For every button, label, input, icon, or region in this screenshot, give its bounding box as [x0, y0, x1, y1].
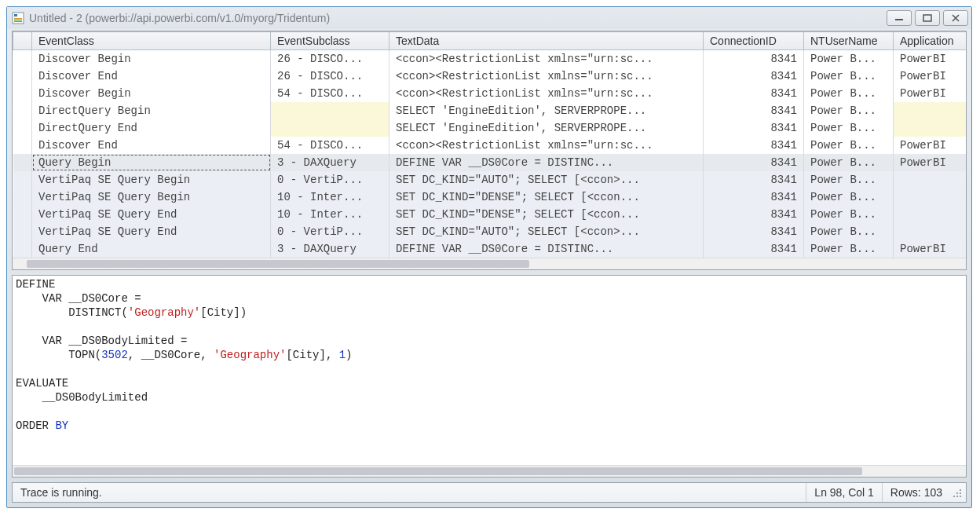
cell-appname: PowerBI — [894, 85, 967, 102]
cell-ntuser: Power B... — [804, 188, 894, 206]
table-row[interactable]: VertiPaq SE Query Begin10 - Inter...SET … — [13, 188, 967, 206]
cell-ntuser: Power B... — [804, 206, 894, 223]
cell-rowhdr — [13, 223, 32, 240]
table-row[interactable]: DirectQuery End SELECT 'EngineEdition', … — [13, 119, 967, 137]
scrollbar-thumb[interactable] — [27, 260, 529, 268]
cell-eventclass: Discover End — [32, 68, 271, 85]
cell-textdata: SELECT 'EngineEdition', SERVERPROPE... — [389, 102, 704, 119]
col-textdata[interactable]: TextData — [389, 32, 704, 50]
table-header-row-selector[interactable] — [13, 32, 32, 50]
cell-rowhdr — [13, 137, 32, 154]
cell-eventsub: 10 - Inter... — [271, 188, 389, 206]
cell-eventsub: 0 - VertiP... — [271, 223, 389, 240]
cell-eventsub: 26 - DISCO... — [271, 68, 389, 85]
cell-eventclass: DirectQuery Begin — [32, 102, 271, 119]
table-row[interactable]: Discover End54 - DISCO...<ccon><Restrict… — [13, 137, 967, 154]
cell-eventsub: 0 - VertiP... — [271, 171, 389, 188]
cell-eventsub: 3 - DAXQuery — [271, 154, 389, 171]
cell-ntuser: Power B... — [804, 240, 894, 258]
cell-eventsub: 10 - Inter... — [271, 206, 389, 223]
status-message: Trace is running. — [13, 483, 806, 502]
svg-rect-7 — [956, 492, 958, 494]
cell-eventclass: DirectQuery End — [32, 119, 271, 137]
table-row[interactable]: VertiPaq SE Query End10 - Inter...SET DC… — [13, 206, 967, 223]
query-text-editor[interactable]: DEFINE VAR __DS0Core = DISTINCT('Geograp… — [13, 276, 966, 465]
cell-eventsub: 54 - DISCO... — [271, 85, 389, 102]
cell-eventclass: Discover Begin — [32, 85, 271, 102]
trace-table[interactable]: EventClass EventSubclass TextData Connec… — [13, 31, 966, 258]
svg-rect-1 — [14, 14, 17, 16]
cell-eventclass: VertiPaq SE Query Begin — [32, 188, 271, 206]
cell-appname: PowerBI — [894, 50, 967, 68]
window-controls — [887, 10, 968, 26]
table-header-row[interactable]: EventClass EventSubclass TextData Connec… — [13, 32, 967, 50]
app-icon — [12, 12, 24, 24]
cell-rowhdr — [13, 50, 32, 68]
cell-connid: 8341 — [704, 137, 804, 154]
table-row[interactable]: Query End3 - DAXQueryDEFINE VAR __DS0Cor… — [13, 240, 967, 258]
table-row[interactable]: Query Begin3 - DAXQueryDEFINE VAR __DS0C… — [13, 154, 967, 171]
cell-eventclass: VertiPaq SE Query End — [32, 223, 271, 240]
table-row[interactable]: Discover End26 - DISCO...<ccon><Restrict… — [13, 68, 967, 85]
cell-appname: PowerBI — [894, 240, 967, 258]
scrollbar-thumb[interactable] — [14, 467, 862, 475]
cell-eventclass: Discover End — [32, 137, 271, 154]
close-button[interactable] — [943, 10, 968, 26]
cell-connid: 8341 — [704, 240, 804, 258]
col-eventsubclass[interactable]: EventSubclass — [271, 32, 389, 50]
cell-appname: PowerBI — [894, 154, 967, 171]
cell-eventsub — [271, 102, 389, 119]
svg-rect-6 — [960, 489, 961, 491]
cell-connid: 8341 — [704, 50, 804, 68]
svg-rect-10 — [956, 496, 958, 497]
col-eventclass[interactable]: EventClass — [32, 32, 271, 50]
cell-appname — [894, 119, 967, 137]
col-ntusername[interactable]: NTUserName — [804, 32, 894, 50]
cell-textdata: SET DC_KIND="AUTO"; SELECT [<ccon>... — [389, 223, 704, 240]
cell-textdata: DEFINE VAR __DS0Core = DISTINC... — [389, 154, 704, 171]
cell-textdata: <ccon><RestrictionList xmlns="urn:sc... — [389, 50, 704, 68]
cell-textdata: SET DC_KIND="DENSE"; SELECT [<ccon... — [389, 188, 704, 206]
cell-connid: 8341 — [704, 68, 804, 85]
col-connectionid[interactable]: ConnectionID — [704, 32, 804, 50]
cell-eventsub: 26 - DISCO... — [271, 50, 389, 68]
cell-textdata: SET DC_KIND="AUTO"; SELECT [<ccon>... — [389, 171, 704, 188]
cell-textdata: DEFINE VAR __DS0Core = DISTINC... — [389, 240, 704, 258]
cell-eventsub: 3 - DAXQuery — [271, 240, 389, 258]
table-row[interactable]: VertiPaq SE Query End0 - VertiP...SET DC… — [13, 223, 967, 240]
cell-appname — [894, 188, 967, 206]
cell-eventclass: Query Begin — [32, 154, 271, 171]
col-applicationname[interactable]: Application — [894, 32, 967, 50]
cell-eventclass: VertiPaq SE Query Begin — [32, 171, 271, 188]
cell-connid: 8341 — [704, 85, 804, 102]
table-row[interactable]: DirectQuery Begin SELECT 'EngineEdition'… — [13, 102, 967, 119]
cell-connid: 8341 — [704, 188, 804, 206]
cell-ntuser: Power B... — [804, 154, 894, 171]
maximize-button[interactable] — [915, 10, 940, 26]
minimize-button[interactable] — [887, 10, 912, 26]
cell-connid: 8341 — [704, 223, 804, 240]
cell-connid: 8341 — [704, 154, 804, 171]
cell-appname — [894, 223, 967, 240]
table-row[interactable]: Discover Begin26 - DISCO...<ccon><Restri… — [13, 50, 967, 68]
detail-horizontal-scrollbar[interactable] — [13, 465, 966, 477]
trace-grid-panel: EventClass EventSubclass TextData Connec… — [12, 31, 967, 270]
status-cursor-position: Ln 98, Col 1 — [806, 483, 882, 502]
statusbar: Trace is running. Ln 98, Col 1 Rows: 103 — [12, 482, 967, 503]
cell-appname — [894, 102, 967, 119]
cell-eventclass: VertiPaq SE Query End — [32, 206, 271, 223]
cell-textdata: <ccon><RestrictionList xmlns="urn:sc... — [389, 85, 704, 102]
cell-rowhdr — [13, 240, 32, 258]
svg-rect-4 — [895, 19, 903, 20]
grid-horizontal-scrollbar[interactable] — [13, 258, 966, 269]
table-row[interactable]: Discover Begin54 - DISCO...<ccon><Restri… — [13, 85, 967, 102]
resize-grip-icon[interactable] — [950, 486, 963, 499]
table-row[interactable]: VertiPaq SE Query Begin0 - VertiP...SET … — [13, 171, 967, 188]
status-row-count: Rows: 103 — [882, 483, 950, 502]
cell-rowhdr — [13, 171, 32, 188]
cell-ntuser: Power B... — [804, 102, 894, 119]
cell-rowhdr — [13, 206, 32, 223]
trace-window: Untitled - 2 (powerbi://api.powerbi.com/… — [6, 6, 972, 508]
cell-textdata: <ccon><RestrictionList xmlns="urn:sc... — [389, 137, 704, 154]
titlebar[interactable]: Untitled - 2 (powerbi://api.powerbi.com/… — [7, 7, 971, 29]
